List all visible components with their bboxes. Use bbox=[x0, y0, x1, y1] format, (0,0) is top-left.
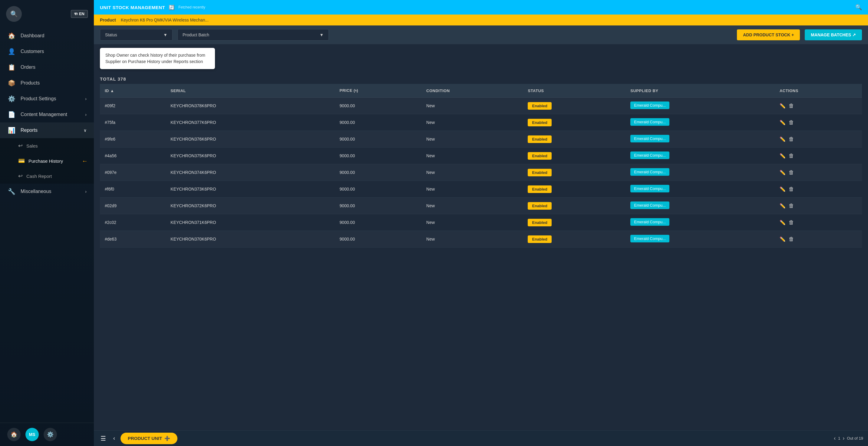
reports-icon: 📊 bbox=[7, 127, 16, 134]
table-row: #f6f0 KEYCHRON373K6PRO 9000.00 New Enabl… bbox=[100, 181, 862, 198]
add-product-stock-button[interactable]: ADD PRODUCT STOCK + bbox=[737, 29, 800, 40]
sidebar-item-orders[interactable]: 📋 Orders bbox=[0, 59, 94, 75]
cell-supplied-by: Emerald Compu... bbox=[625, 214, 775, 231]
chevron-right-icon: › bbox=[85, 112, 87, 117]
col-serial: SERIAL bbox=[165, 84, 335, 97]
sidebar-sub-item-label: Purchase History bbox=[28, 158, 63, 163]
sidebar-item-customers[interactable]: 👤 Customers bbox=[0, 43, 94, 59]
orders-icon: 📋 bbox=[7, 64, 16, 71]
topbar: UNIT STOCK MANAGEMENT 🔄 Fetched recently… bbox=[94, 0, 868, 14]
refresh-button[interactable]: 🔄 bbox=[168, 4, 175, 10]
cell-condition: New bbox=[422, 231, 523, 247]
sidebar-item-miscellaneous[interactable]: 🔧 Miscellaneous › bbox=[0, 184, 94, 199]
sidebar-item-content-management[interactable]: 📄 Content Management › bbox=[0, 107, 94, 122]
back-button[interactable]: ‹ bbox=[112, 433, 117, 443]
ms-button[interactable]: MS bbox=[25, 428, 39, 441]
tooltip-text: Shop Owner can check history of their pu… bbox=[105, 53, 205, 64]
edit-button[interactable]: ✏️ bbox=[780, 170, 786, 175]
search-button[interactable]: 🔍 bbox=[6, 6, 22, 22]
plus-icon: ➕ bbox=[164, 436, 170, 441]
edit-button[interactable]: ✏️ bbox=[780, 103, 786, 109]
tooltip-box: Shop Owner can check history of their pu… bbox=[100, 48, 215, 69]
sidebar-item-sales[interactable]: ↩ Sales bbox=[0, 138, 94, 153]
sidebar-item-product-settings[interactable]: ⚙️ Product Settings › bbox=[0, 91, 94, 107]
cell-actions: ✏️ 🗑 bbox=[775, 198, 862, 214]
cell-status: Enabled bbox=[523, 181, 625, 198]
home-button[interactable]: 🏠 bbox=[7, 428, 21, 441]
sidebar-item-purchase-history[interactable]: 💳 Purchase History ← bbox=[0, 153, 94, 169]
delete-button[interactable]: 🗑 bbox=[789, 219, 794, 226]
sidebar-item-label: Customers bbox=[21, 49, 44, 54]
stock-table: ID ▲ SERIAL PRICE (৳) CONDITION STATUS S… bbox=[100, 84, 862, 247]
batch-dropdown[interactable]: Product Batch ▼ bbox=[178, 29, 329, 40]
edit-button[interactable]: ✏️ bbox=[780, 153, 786, 159]
cell-price: 9000.00 bbox=[335, 214, 422, 231]
hamburger-button[interactable]: ☰ bbox=[99, 433, 108, 444]
table-row: #097e KEYCHRON374K6PRO 9000.00 New Enabl… bbox=[100, 164, 862, 181]
cell-price: 9000.00 bbox=[335, 181, 422, 198]
cell-supplied-by: Emerald Compu... bbox=[625, 164, 775, 181]
edit-button[interactable]: ✏️ bbox=[780, 203, 786, 209]
delete-button[interactable]: 🗑 bbox=[789, 236, 794, 242]
table-row: #75fa KEYCHRON377K6PRO 9000.00 New Enabl… bbox=[100, 114, 862, 131]
bottom-bar: ☰ ‹ PRODUCT UNIT ➕ ‹ 1 › Out of 19 bbox=[94, 430, 868, 446]
product-unit-label: PRODUCT UNIT bbox=[128, 436, 162, 441]
cell-id: #4a56 bbox=[100, 148, 165, 164]
cell-price: 9000.00 bbox=[335, 148, 422, 164]
search-button-topbar[interactable]: 🔍 bbox=[855, 4, 862, 10]
sidebar-bottom: 🏠 MS ⚙️ bbox=[0, 423, 94, 446]
cell-serial: KEYCHRON371K6PRO bbox=[165, 214, 335, 231]
next-page-button[interactable]: › bbox=[843, 435, 845, 442]
sidebar-item-dashboard[interactable]: 🏠 Dashboard bbox=[0, 28, 94, 43]
chevron-right-icon: › bbox=[85, 96, 87, 101]
cell-condition: New bbox=[422, 214, 523, 231]
home-icon: 🏠 bbox=[10, 431, 17, 438]
cell-supplied-by: Emerald Compu... bbox=[625, 97, 775, 114]
delete-button[interactable]: 🗑 bbox=[789, 203, 794, 209]
sidebar-item-label: Orders bbox=[21, 64, 35, 70]
sidebar-item-cash-report[interactable]: ↩ Cash Report bbox=[0, 169, 94, 184]
language-badge[interactable]: বাং EN bbox=[71, 10, 88, 18]
cash-report-icon: ↩ bbox=[18, 173, 23, 179]
cell-id: #02d9 bbox=[100, 198, 165, 214]
delete-button[interactable]: 🗑 bbox=[789, 103, 794, 109]
edit-button[interactable]: ✏️ bbox=[780, 120, 786, 125]
search-icon: 🔍 bbox=[10, 10, 18, 18]
reports-sub-menu: ↩ Sales 💳 Purchase History ← ↩ Cash Repo… bbox=[0, 138, 94, 184]
sidebar: 🔍 বাং EN 🏠 Dashboard 👤 Customers 📋 Order… bbox=[0, 0, 94, 446]
settings-button[interactable]: ⚙️ bbox=[43, 428, 57, 441]
arrow-indicator-icon: ← bbox=[82, 157, 88, 165]
sidebar-top: 🔍 বাং EN bbox=[0, 0, 94, 25]
customers-icon: 👤 bbox=[7, 48, 16, 55]
product-name: Keychron K6 Pro QMK/VIA Wireless Mechan.… bbox=[121, 18, 209, 23]
cell-serial: KEYCHRON373K6PRO bbox=[165, 181, 335, 198]
prev-page-button[interactable]: ‹ bbox=[834, 435, 836, 442]
table-header-row: ID ▲ SERIAL PRICE (৳) CONDITION STATUS S… bbox=[100, 84, 862, 97]
manage-batches-button[interactable]: MANAGE BATCHES ↗ bbox=[805, 29, 862, 40]
cell-condition: New bbox=[422, 148, 523, 164]
delete-button[interactable]: 🗑 bbox=[789, 136, 794, 142]
edit-button[interactable]: ✏️ bbox=[780, 220, 786, 226]
edit-button[interactable]: ✏️ bbox=[780, 236, 786, 242]
delete-button[interactable]: 🗑 bbox=[789, 186, 794, 192]
col-actions: ACTIONS bbox=[775, 84, 862, 97]
total-label: TOTAL 378 bbox=[100, 73, 862, 84]
sidebar-item-reports[interactable]: 📊 Reports ∨ bbox=[0, 122, 94, 138]
cell-status: Enabled bbox=[523, 214, 625, 231]
product-unit-button[interactable]: PRODUCT UNIT ➕ bbox=[121, 433, 178, 444]
edit-button[interactable]: ✏️ bbox=[780, 186, 786, 192]
purchase-history-icon: 💳 bbox=[18, 157, 25, 164]
table-row: #09f2 KEYCHRON378K6PRO 9000.00 New Enabl… bbox=[100, 97, 862, 114]
delete-button[interactable]: 🗑 bbox=[789, 119, 794, 126]
table-area: TOTAL 378 ID ▲ SERIAL PRICE (৳) CONDITIO… bbox=[94, 73, 868, 430]
delete-button[interactable]: 🗑 bbox=[789, 169, 794, 176]
col-supplied-by: SUPPLIED BY bbox=[625, 84, 775, 97]
cell-status: Enabled bbox=[523, 198, 625, 214]
sidebar-item-products[interactable]: 📦 Products bbox=[0, 75, 94, 91]
cell-supplied-by: Emerald Compu... bbox=[625, 231, 775, 247]
cell-status: Enabled bbox=[523, 114, 625, 131]
status-dropdown[interactable]: Status ▼ bbox=[100, 29, 173, 40]
edit-button[interactable]: ✏️ bbox=[780, 136, 786, 142]
cell-supplied-by: Emerald Compu... bbox=[625, 114, 775, 131]
delete-button[interactable]: 🗑 bbox=[789, 153, 794, 159]
